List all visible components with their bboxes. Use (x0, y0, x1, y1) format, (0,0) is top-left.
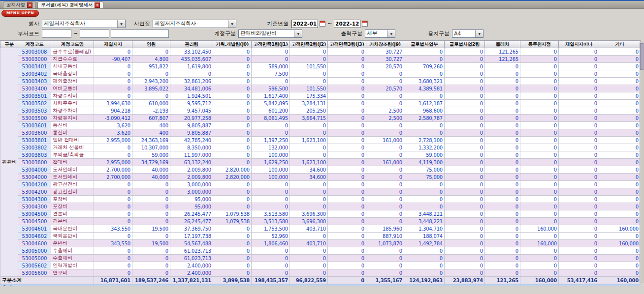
chevron-down-icon[interactable]: ▼ (117, 20, 125, 28)
amount-cell[interactable]: 0 (520, 188, 559, 196)
amount-cell[interactable]: 0 (485, 269, 520, 277)
amount-cell[interactable]: 0 (445, 255, 485, 262)
amount-cell[interactable]: 161,000 (366, 137, 404, 144)
amount-cell[interactable]: 0 (520, 166, 559, 174)
amount-cell[interactable]: 0 (132, 188, 170, 196)
amount-cell[interactable]: 1,617,400 (252, 92, 290, 100)
table-row[interactable]: 53004200광고선전비003,000,00000000000000 (0, 188, 641, 196)
amount-cell[interactable]: 20,570 (366, 85, 404, 92)
amount-cell[interactable]: 0 (213, 269, 252, 277)
amount-cell[interactable]: 0 (559, 218, 599, 225)
column-header[interactable]: 고객만족1팀(J1) (252, 41, 290, 48)
amount-cell[interactable]: 0 (366, 174, 404, 181)
column-header[interactable]: 글로벌사업2팀 (445, 41, 485, 48)
amount-cell[interactable]: 1,397,250 (252, 137, 290, 144)
amount-cell[interactable]: 0 (559, 100, 599, 107)
amount-cell[interactable]: 0 (559, 225, 599, 233)
amount-cell[interactable]: 0 (559, 181, 599, 188)
amount-cell[interactable]: 0 (445, 240, 485, 247)
amount-cell[interactable]: 0 (404, 255, 445, 262)
amount-cell[interactable]: 709,260 (404, 63, 445, 70)
amount-cell[interactable]: 0 (252, 188, 290, 196)
amount-cell[interactable]: 0 (328, 151, 366, 159)
amount-cell[interactable]: 20,977,258 (170, 115, 213, 122)
amount-cell[interactable]: 0 (520, 56, 559, 63)
amount-cell[interactable]: 3,696,300 (290, 218, 328, 225)
amount-cell[interactable]: 0 (94, 85, 132, 92)
amount-cell[interactable]: 0 (445, 218, 485, 225)
amount-cell[interactable]: 0 (445, 174, 485, 181)
account-name-cell[interactable]: 통신비 (51, 129, 94, 137)
table-row[interactable]: 53003801일반 접대비2,955,00024,363,16942,785,… (0, 137, 641, 144)
amount-cell[interactable]: 0 (599, 255, 641, 262)
amount-cell[interactable]: -2,193 (132, 107, 170, 115)
calendar-icon[interactable] (362, 21, 368, 27)
amount-cell[interactable]: 0 (366, 70, 404, 78)
amount-cell[interactable]: 343,550 (94, 225, 132, 233)
amount-cell[interactable]: 0 (213, 56, 252, 63)
account-code-cell[interactable]: 53004200 (18, 188, 51, 196)
amount-cell[interactable]: 0 (213, 122, 252, 129)
amount-cell[interactable]: 0 (520, 181, 559, 188)
account-name-cell[interactable]: 일반 접대비 (51, 137, 94, 144)
amount-cell[interactable]: 0 (328, 174, 366, 181)
amount-cell[interactable]: 0 (132, 203, 170, 210)
account-code-cell[interactable]: 53003000 (18, 56, 51, 63)
amount-cell[interactable]: 0 (328, 107, 366, 115)
close-icon[interactable]: × (27, 2, 32, 8)
amount-cell[interactable]: 0 (520, 262, 559, 269)
account-code-cell[interactable]: 53003503 (18, 107, 51, 115)
amount-cell[interactable]: 7,500 (252, 70, 290, 78)
amount-cell[interactable]: 2,580,787 (404, 115, 445, 122)
account-code-cell[interactable]: 53004500 (18, 218, 51, 225)
amount-cell[interactable]: 0 (404, 269, 445, 277)
amount-cell[interactable]: 0 (599, 174, 641, 181)
amount-cell[interactable]: 0 (94, 48, 132, 56)
amount-cell[interactable]: 0 (290, 129, 328, 137)
table-row[interactable]: 53005000수출제비0061,023,71300000000000 (0, 247, 641, 255)
chevron-down-icon[interactable]: ▼ (387, 30, 395, 37)
amount-cell[interactable]: 0 (328, 218, 366, 225)
amount-cell[interactable]: 0 (366, 269, 404, 277)
account-code-cell[interactable]: 53003803 (18, 151, 51, 159)
amount-cell[interactable]: 101,550 (290, 63, 328, 70)
column-header[interactable]: 임원 (132, 41, 170, 48)
amount-cell[interactable]: 0 (485, 188, 520, 196)
amount-cell[interactable]: 0 (599, 196, 641, 203)
amount-cell[interactable]: 0 (252, 78, 290, 85)
amount-cell[interactable]: 0 (445, 100, 485, 107)
column-header[interactable]: 계정코드명 (51, 41, 94, 48)
column-header[interactable]: 기획,개발팀(J0) (213, 41, 252, 48)
amount-cell[interactable]: 0 (94, 188, 132, 196)
tab-expense-report[interactable]: 부서별(세목) 경비명세서 × (37, 1, 103, 8)
table-row[interactable]: 53004500견본비0026,245,4771,079,5383,513,58… (0, 218, 641, 225)
amount-cell[interactable]: 0 (445, 262, 485, 269)
amount-cell[interactable]: 0 (94, 218, 132, 225)
amount-cell[interactable]: 610,000 (132, 100, 170, 107)
amount-cell[interactable]: 0 (445, 78, 485, 85)
amount-cell[interactable]: 161,000 (366, 159, 404, 166)
amount-cell[interactable]: 32,861,206 (170, 78, 213, 85)
base-month-from-input[interactable] (291, 20, 318, 28)
chevron-down-icon[interactable]: ▼ (228, 20, 236, 28)
amount-cell[interactable]: 0 (290, 255, 328, 262)
amount-cell[interactable]: 19,500 (132, 240, 170, 247)
amount-cell[interactable]: 0 (213, 247, 252, 255)
chevron-down-icon[interactable]: ▼ (475, 30, 483, 37)
amount-cell[interactable]: 951,822 (132, 63, 170, 70)
amount-cell[interactable]: 0 (290, 144, 328, 151)
amount-cell[interactable]: 0 (328, 70, 366, 78)
output-class-select[interactable]: 세부 ▼ (365, 29, 395, 38)
amount-cell[interactable]: 0 (328, 92, 366, 100)
amount-cell[interactable]: 8,350,000 (170, 144, 213, 151)
account-name-cell[interactable]: 수출제비 (51, 255, 94, 262)
amount-cell[interactable]: 0 (252, 56, 290, 63)
amount-cell[interactable]: 63,132,240 (170, 159, 213, 166)
amount-cell[interactable]: 0 (404, 181, 445, 188)
account-name-cell[interactable]: 부의금/축의금 (51, 151, 94, 159)
table-row[interactable]: 53003403해외출장비02,943,20032,861,206000003,… (0, 78, 641, 85)
amount-cell[interactable]: 0 (599, 48, 641, 56)
amount-cell[interactable]: 0 (445, 269, 485, 277)
amount-cell[interactable]: 3,620 (94, 129, 132, 137)
amount-cell[interactable]: 0 (485, 166, 520, 174)
